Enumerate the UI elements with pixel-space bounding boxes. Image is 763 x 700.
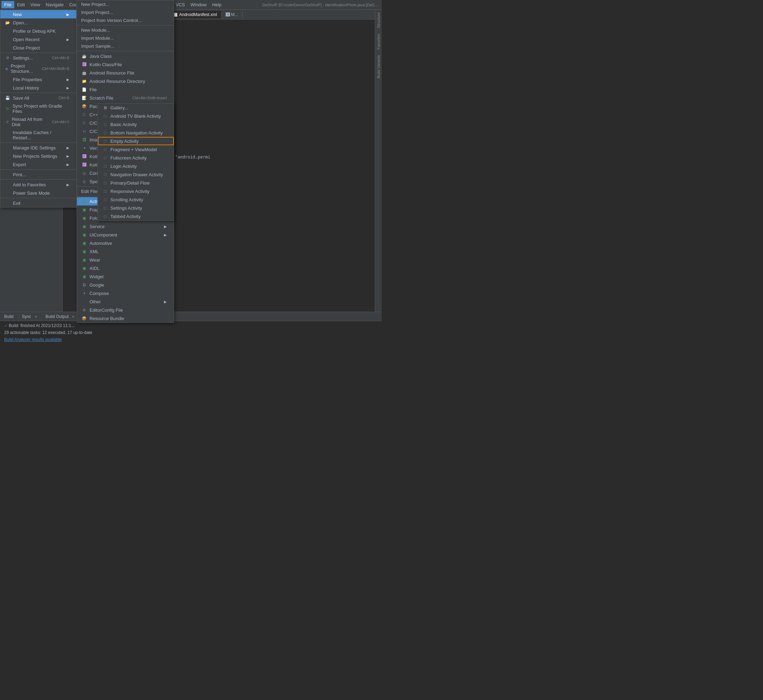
activity-login[interactable]: □Login Activity	[98, 162, 174, 170]
menu-project-structure[interactable]: ◈Project Structure... Ctrl+Alt+Shift+S	[0, 62, 76, 75]
menu-add-favorites[interactable]: Add to Favorites ▶	[0, 180, 76, 189]
android-resource-file[interactable]: 🤖Android Resource File	[77, 69, 174, 77]
kotlin-ws-icon: 🅺	[81, 162, 88, 167]
shortcut-scratch: Ctrl+Alt+Shift+Insert	[132, 96, 167, 100]
ui-component-menu-item[interactable]: ▣UiComponent ▶	[77, 231, 174, 239]
menu-file-properties[interactable]: File Properties ▶	[0, 75, 76, 84]
build-analyzer-link[interactable]: Build Analyzer results available	[4, 337, 377, 342]
sync-icon: ↻	[5, 106, 11, 111]
tab-build-output[interactable]: Build Output ✕	[41, 313, 79, 320]
menu-reload-disk[interactable]: ↺Reload All from Disk Ctrl+Alt+Y	[0, 115, 76, 128]
kotlin-class[interactable]: 🅺Kotlin Class/File	[77, 60, 174, 69]
other-icon	[81, 299, 88, 305]
menu-window[interactable]: Window	[188, 1, 209, 8]
bottom-content: ✓ Build: finished At 2021/12/23 11:1... …	[0, 321, 382, 344]
close-build-output[interactable]: ✕	[72, 315, 75, 319]
activity-gallery[interactable]: ⊞Gallery...	[98, 103, 174, 112]
projects-settings-icon	[5, 153, 11, 159]
activity-navigation-drawer[interactable]: □Navigation Drawer Activity	[98, 170, 174, 179]
import-sample[interactable]: Import Sample...	[77, 42, 174, 50]
activity-bottom-nav[interactable]: □Bottom Navigation Activity	[98, 128, 174, 137]
service-menu-item[interactable]: ▣Service ▶	[77, 222, 174, 231]
activity-primary-detail[interactable]: □Primary/Detail Flow	[98, 179, 174, 187]
menu-power-save[interactable]: Power Save Mode	[0, 189, 76, 197]
settings-icon: ⚙	[5, 55, 11, 61]
activity-scrolling[interactable]: □Scrolling Activity	[98, 195, 174, 204]
tab-build[interactable]: Build	[0, 313, 18, 320]
automotive-menu-item[interactable]: ▣Automotive	[77, 239, 174, 247]
wear-menu-item[interactable]: ▣Wear	[77, 256, 174, 264]
other-menu-item[interactable]: Other ▶	[77, 297, 174, 306]
menu-new[interactable]: New ▶	[0, 10, 76, 19]
activity-responsive[interactable]: □Responsive Activity	[98, 187, 174, 195]
folder3-icon: ▣	[81, 215, 88, 221]
activity-tabbed[interactable]: □Tabbed Activity	[98, 212, 174, 220]
google-menu-item[interactable]: GGoogle	[77, 281, 174, 289]
vtab-build-variants[interactable]: Build Variants	[376, 52, 382, 81]
menu-export[interactable]: Export ▶	[0, 160, 76, 169]
compose-icon: ✦	[81, 291, 88, 296]
activity-fragment-viewmodel[interactable]: □Fragment + ViewModel	[98, 145, 174, 153]
menu-close-project[interactable]: Close Project	[0, 44, 76, 52]
tabbed-icon: □	[102, 214, 108, 219]
widget-menu-item[interactable]: ▣Widget	[77, 272, 174, 281]
menu-vcs[interactable]: VCS	[173, 1, 188, 8]
menu-settings[interactable]: ⚙Settings... Ctrl+Alt+S	[0, 54, 76, 62]
menu-file[interactable]: File	[2, 1, 14, 8]
aidl-menu-item[interactable]: ▣AIDL	[77, 264, 174, 272]
fullscreen-icon: □	[102, 155, 108, 161]
fragment-icon: ▣	[81, 207, 88, 212]
menu-profile-debug[interactable]: Profile or Debug APK	[0, 27, 76, 35]
activity-basic[interactable]: □Basic Activity	[98, 120, 174, 128]
activity-empty[interactable]: □Empty Activity	[98, 137, 174, 145]
import-project[interactable]: Import Project...	[77, 8, 174, 16]
manage-icon	[5, 145, 11, 150]
project-from-vcs[interactable]: Project from Version Control...	[77, 16, 174, 24]
success-icon: ✓	[4, 323, 8, 328]
menu-open-recent[interactable]: Open Recent ▶	[0, 35, 76, 44]
new-module[interactable]: New Module...	[77, 26, 174, 34]
new-project[interactable]: New Project...	[77, 0, 174, 8]
menu-sync-gradle[interactable]: ↻Sync Project with Gradle Files	[0, 102, 76, 115]
menu-view[interactable]: View	[28, 1, 43, 8]
save-icon: 💾	[5, 95, 11, 101]
menu-exit[interactable]: Exit	[0, 199, 76, 207]
submenu-arrow: ▶	[67, 146, 69, 150]
import-module[interactable]: Import Module...	[77, 34, 174, 42]
export-icon	[5, 162, 11, 167]
cpp-icon: C	[81, 112, 88, 117]
title-bar: DaShuIP [D:\code\Demo\DaShuIP] - Identif…	[262, 3, 380, 7]
vtab-favorites[interactable]: Favorites	[376, 31, 382, 52]
build-analyzer-text[interactable]: Build Analyzer results available	[4, 337, 62, 342]
menu-local-history[interactable]: Local History ▶	[0, 84, 76, 92]
menu-edit[interactable]: Edit	[14, 1, 28, 8]
menu-print[interactable]: Print...	[0, 170, 76, 179]
menu-manage-ide[interactable]: Manage IDE Settings ▶	[0, 144, 76, 152]
menu-open[interactable]: 📂Open...	[0, 19, 76, 27]
vtab-structure[interactable]: Structure	[376, 10, 382, 31]
widget-icon: ▣	[81, 274, 88, 279]
menu-help[interactable]: Help	[209, 1, 224, 8]
activity-settings[interactable]: □Settings Activity	[98, 204, 174, 212]
resource-bundle-menu-item[interactable]: 📦Resource Bundle	[77, 314, 174, 322]
menu-invalidate-caches[interactable]: Invalidate Caches / Restart...	[0, 128, 76, 142]
scratch-file[interactable]: 📝Scratch File Ctrl+Alt+Shift+Insert	[77, 94, 174, 102]
java-class[interactable]: ☕Java Class	[77, 52, 174, 60]
new-file[interactable]: 📄File	[77, 85, 174, 94]
menu-navigate[interactable]: Navigate	[43, 1, 66, 8]
activity-fullscreen[interactable]: □Fullscreen Activity	[98, 153, 174, 162]
activity-tv-blank[interactable]: □Android TV Blank Activity	[98, 112, 174, 120]
close-sync[interactable]: ✕	[34, 315, 37, 319]
bottom-panel: Build Sync ✕ Build Output ✕ Build A... ✓…	[0, 312, 382, 350]
tab-sync[interactable]: Sync ✕	[18, 313, 41, 320]
tab-more[interactable]: 🅼 M...	[222, 11, 242, 19]
android-resource-dir[interactable]: 📁Android Resource Directory	[77, 77, 174, 85]
empty-icon: □	[102, 138, 108, 144]
menu-new-projects-settings[interactable]: New Projects Settings ▶	[0, 152, 76, 160]
tab-android-manifest[interactable]: 📋 AndroidManifest.xml	[169, 11, 222, 19]
xml-menu-item[interactable]: ▣XML	[77, 247, 174, 256]
editorconfig-menu-item[interactable]: ⚙EditorConfig File	[77, 306, 174, 314]
compose-menu-item[interactable]: ✦Compose	[77, 289, 174, 297]
menu-save-all[interactable]: 💾Save All Ctrl+S	[0, 94, 76, 102]
divider4	[0, 169, 76, 170]
